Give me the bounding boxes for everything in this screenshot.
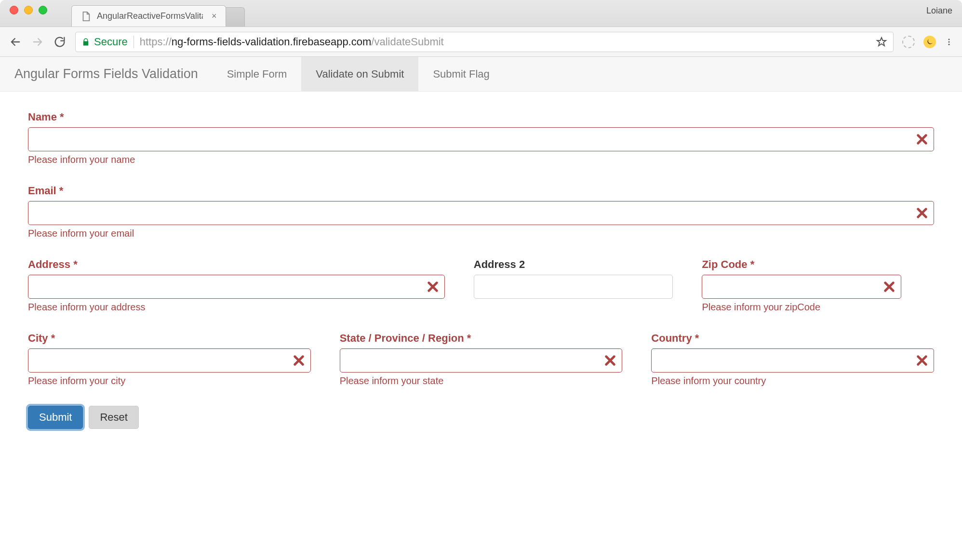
form-group-address2: Address 2	[474, 258, 673, 313]
label-email-text: Email	[28, 185, 56, 197]
arrow-left-icon	[9, 35, 22, 49]
required-asterisk: *	[695, 332, 699, 344]
tab-strip: AngularReactiveFormsValitateS ×	[71, 4, 245, 27]
error-text-country: Please inform your country	[651, 375, 934, 387]
tab-close-button[interactable]: ×	[212, 11, 217, 21]
window-close-button[interactable]	[10, 6, 18, 14]
country-input[interactable]	[651, 348, 934, 373]
required-asterisk: *	[51, 332, 55, 344]
url-text: https://ng-forms-fields-validation.fireb…	[140, 36, 444, 48]
error-cross-icon	[428, 281, 438, 292]
window-controls	[10, 6, 47, 14]
address-input[interactable]	[28, 275, 445, 299]
bookmark-star-icon[interactable]	[876, 36, 887, 48]
label-address: Address *	[28, 258, 445, 271]
form-group-city: City * Please inform your city	[28, 332, 311, 387]
error-cross-icon	[917, 355, 927, 366]
required-asterisk: *	[467, 332, 471, 344]
navbar-brand[interactable]: Angular Forms Fields Validation	[14, 57, 213, 91]
divider	[134, 36, 134, 48]
label-state-text: State / Province / Region	[340, 332, 464, 344]
label-state: State / Province / Region *	[340, 332, 623, 345]
error-text-zip: Please inform your zipCode	[702, 302, 901, 313]
error-cross-icon	[917, 134, 927, 145]
form-buttons: Submit Reset	[28, 406, 934, 429]
browser-tab-active[interactable]: AngularReactiveFormsValitateS ×	[71, 5, 226, 27]
new-tab-button[interactable]	[226, 7, 245, 27]
reload-button[interactable]	[53, 35, 67, 49]
reset-button[interactable]: Reset	[89, 406, 138, 429]
form-group-address: Address * Please inform your address	[28, 258, 445, 313]
extension-icon-2[interactable]	[923, 36, 936, 48]
window-titlebar: AngularReactiveFormsValitateS × Loiane	[0, 0, 962, 27]
error-cross-icon	[884, 281, 895, 292]
profile-name[interactable]: Loiane	[926, 6, 952, 16]
browser-toolbar: Secure https://ng-forms-fields-validatio…	[0, 27, 962, 57]
window-zoom-button[interactable]	[39, 6, 47, 14]
form-group-state: State / Province / Region * Please infor…	[340, 332, 623, 387]
url-host: ng-forms-fields-validation.firebaseapp.c…	[172, 36, 372, 48]
app-navbar: Angular Forms Fields Validation Simple F…	[0, 57, 962, 92]
error-text-state: Please inform your state	[340, 375, 623, 387]
label-zip-text: Zip Code	[702, 258, 747, 270]
back-button[interactable]	[9, 35, 22, 49]
zip-input[interactable]	[702, 275, 901, 299]
form-content: Name * Please inform your name Email *	[0, 92, 962, 439]
chrome-menu-button[interactable]	[945, 36, 953, 48]
required-asterisk: *	[60, 111, 64, 123]
state-input[interactable]	[340, 348, 623, 373]
name-input[interactable]	[28, 127, 934, 151]
form-group-name: Name * Please inform your name	[28, 111, 934, 165]
email-input[interactable]	[28, 201, 934, 225]
url-path: /validateSubmit	[371, 36, 443, 48]
city-input[interactable]	[28, 348, 311, 373]
label-address-text: Address	[28, 258, 70, 270]
window-minimize-button[interactable]	[24, 6, 33, 14]
form-group-email: Email * Please inform your email	[28, 185, 934, 239]
label-zip: Zip Code *	[702, 258, 901, 271]
extension-icon-1[interactable]	[902, 36, 915, 48]
secure-label-text: Secure	[94, 36, 128, 48]
moon-icon	[926, 38, 934, 46]
error-text-name: Please inform your name	[28, 154, 934, 165]
lock-icon	[81, 38, 90, 46]
label-address2: Address 2	[474, 258, 673, 271]
label-city-text: City	[28, 332, 48, 344]
required-asterisk: *	[73, 258, 78, 270]
error-text-city: Please inform your city	[28, 375, 311, 387]
address-bar[interactable]: Secure https://ng-forms-fields-validatio…	[75, 32, 894, 52]
reload-icon	[53, 35, 67, 49]
label-country: Country *	[651, 332, 934, 345]
forward-button[interactable]	[31, 35, 44, 49]
form-group-country: Country * Please inform your country	[651, 332, 934, 387]
nav-link-simple-form[interactable]: Simple Form	[213, 57, 302, 91]
nav-link-validate-on-submit[interactable]: Validate on Submit	[301, 57, 418, 91]
tab-title: AngularReactiveFormsValitateS	[97, 11, 203, 21]
browser-window: AngularReactiveFormsValitateS × Loiane S…	[0, 0, 962, 560]
error-text-email: Please inform your email	[28, 228, 934, 239]
error-cross-icon	[917, 208, 927, 218]
address2-input[interactable]	[474, 275, 673, 299]
url-scheme: https://	[140, 36, 172, 48]
arrow-right-icon	[31, 35, 44, 49]
error-cross-icon	[294, 355, 304, 366]
error-cross-icon	[605, 355, 615, 366]
required-asterisk: *	[750, 258, 755, 270]
label-name-text: Name	[28, 111, 57, 123]
required-asterisk: *	[59, 185, 64, 197]
submit-button[interactable]: Submit	[28, 406, 83, 429]
label-country-text: Country	[651, 332, 692, 344]
label-name: Name *	[28, 111, 934, 123]
file-icon	[80, 11, 91, 22]
nav-link-submit-flag[interactable]: Submit Flag	[418, 57, 504, 91]
secure-indicator: Secure	[81, 36, 128, 48]
label-city: City *	[28, 332, 311, 345]
form-group-zip: Zip Code * Please inform your zipCode	[702, 258, 901, 313]
label-address2-text: Address 2	[474, 258, 525, 270]
error-text-address: Please inform your address	[28, 302, 445, 313]
label-email: Email *	[28, 185, 934, 197]
